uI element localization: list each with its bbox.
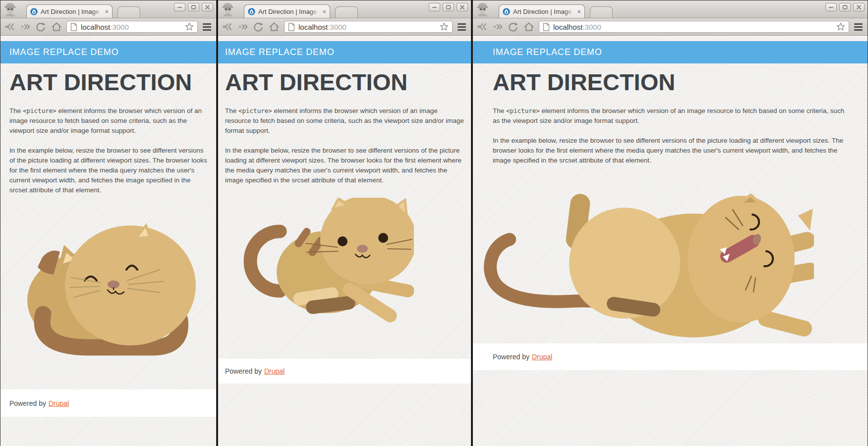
cat-rolling-image	[481, 194, 814, 348]
tab-title: Art Direction | Image	[258, 8, 319, 15]
page-viewport: IMAGE REPLACE DEMO ART DIRECTION The <pi…	[473, 36, 868, 446]
bookmark-star-icon[interactable]	[836, 22, 845, 31]
back-button[interactable]	[222, 21, 234, 33]
page-title: ART DIRECTION	[225, 63, 464, 95]
tab-close-icon[interactable]: ×	[577, 8, 581, 15]
back-button[interactable]	[4, 21, 16, 33]
page-viewport: IMAGE REPLACE DEMO ART DIRECTION The <pi…	[218, 36, 471, 446]
minimize-button[interactable]	[825, 3, 837, 11]
site-header: IMAGE REPLACE DEMO	[0, 41, 216, 63]
page-viewport: IMAGE REPLACE DEMO ART DIRECTION The <pi…	[0, 36, 216, 446]
site-title: IMAGE REPLACE DEMO	[225, 47, 334, 57]
example-paragraph: In the example below, resize the browser…	[493, 136, 848, 166]
site-title: IMAGE REPLACE DEMO	[493, 47, 602, 57]
drupal-link[interactable]: Drupal	[532, 353, 552, 361]
picture-code: <picture>	[23, 107, 57, 114]
url-text: localhost:3000	[81, 23, 129, 31]
page-title: ART DIRECTION	[493, 63, 848, 95]
page-main: ART DIRECTION The <picture> element info…	[218, 63, 471, 359]
maximize-button[interactable]	[839, 3, 851, 11]
example-paragraph: In the example below, resize the browser…	[225, 146, 464, 185]
site-title: IMAGE REPLACE DEMO	[9, 47, 118, 57]
tab-close-icon[interactable]: ×	[322, 8, 326, 15]
page-footer: Powered by Drupal	[218, 359, 471, 384]
tab-title: Art Direction | Image	[513, 8, 574, 15]
forward-button[interactable]	[238, 21, 249, 32]
tab-close-icon[interactable]: ×	[105, 8, 109, 15]
picture-code: <picture>	[238, 107, 272, 114]
back-button[interactable]	[477, 21, 489, 33]
page-footer: Powered by Drupal	[0, 390, 216, 417]
tab-art-direction[interactable]: Art Direction | Image ×	[499, 4, 585, 18]
private-browsing-spy-icon	[475, 2, 490, 16]
browser-toolbar: localhost:3000	[473, 18, 868, 36]
site-header: IMAGE REPLACE DEMO	[473, 41, 868, 63]
menu-button[interactable]	[457, 22, 467, 32]
private-browsing-spy-icon	[3, 2, 17, 16]
new-tab-stub[interactable]	[117, 6, 140, 18]
drupal-favicon-icon	[248, 8, 255, 15]
forward-button[interactable]	[20, 21, 31, 32]
drupal-favicon-icon	[503, 8, 510, 15]
browser-window-wide: Art Direction | Image ×	[472, 0, 868, 446]
powered-by-text: Powered by	[493, 353, 529, 361]
titlebar[interactable]: Art Direction | Image ×	[0, 0, 216, 18]
site-header: IMAGE REPLACE DEMO	[218, 41, 471, 63]
page-title: ART DIRECTION	[9, 63, 207, 95]
bookmark-star-icon[interactable]	[440, 22, 449, 31]
browser-window-medium: Art Direction | Image ×	[218, 0, 471, 446]
menu-button[interactable]	[853, 22, 864, 32]
menu-button[interactable]	[202, 22, 212, 32]
browser-window-narrow: Art Direction | Image ×	[0, 0, 217, 446]
page-icon	[70, 23, 77, 31]
drupal-link[interactable]: Drupal	[49, 399, 69, 407]
page-icon	[288, 23, 295, 31]
url-bar[interactable]: localhost:3000	[66, 21, 198, 33]
intro-paragraph: The <picture> element informs the browse…	[493, 106, 848, 126]
bookmark-star-icon[interactable]	[185, 22, 194, 31]
picture-code: <picture>	[506, 107, 540, 114]
powered-by-text: Powered by	[225, 367, 262, 375]
cat-sitting-image	[231, 198, 414, 329]
browser-toolbar: localhost:3000	[218, 18, 471, 36]
home-button[interactable]	[268, 21, 280, 33]
close-button[interactable]	[853, 3, 865, 11]
minimize-button[interactable]	[429, 3, 440, 11]
private-browsing-spy-icon	[221, 2, 235, 16]
new-tab-stub[interactable]	[590, 6, 613, 18]
titlebar[interactable]: Art Direction | Image ×	[473, 0, 868, 18]
new-tab-stub[interactable]	[335, 6, 358, 18]
reload-button[interactable]	[253, 21, 264, 33]
forward-button[interactable]	[493, 21, 504, 32]
minimize-button[interactable]	[174, 3, 185, 11]
intro-paragraph: The <picture> element informs the browse…	[9, 106, 207, 136]
page-icon	[543, 23, 550, 31]
url-text: localhost:3000	[553, 23, 601, 31]
drupal-favicon-icon	[30, 8, 38, 15]
cat-sleeping-image	[12, 222, 206, 356]
close-button[interactable]	[457, 3, 468, 11]
tab-title: Art Direction | Image	[41, 8, 102, 15]
powered-by-text: Powered by	[9, 399, 46, 407]
maximize-button[interactable]	[188, 3, 199, 11]
titlebar[interactable]: Art Direction | Image ×	[218, 0, 471, 18]
reload-button[interactable]	[35, 21, 47, 33]
url-text: localhost:3000	[298, 23, 347, 31]
tab-art-direction[interactable]: Art Direction | Image ×	[26, 4, 113, 18]
intro-paragraph: The <picture> element informs the browse…	[225, 106, 464, 136]
drupal-link[interactable]: Drupal	[264, 367, 285, 375]
maximize-button[interactable]	[443, 3, 454, 11]
page-main: ART DIRECTION The <picture> element info…	[0, 63, 216, 390]
home-button[interactable]	[523, 21, 535, 33]
page-main: ART DIRECTION The <picture> element info…	[473, 63, 868, 343]
url-bar[interactable]: localhost:3000	[539, 21, 849, 33]
close-button[interactable]	[202, 3, 213, 11]
reload-button[interactable]	[508, 21, 519, 33]
url-bar[interactable]: localhost:3000	[284, 21, 453, 33]
browser-toolbar: localhost:3000	[0, 18, 216, 36]
tab-art-direction[interactable]: Art Direction | Image ×	[244, 4, 330, 18]
example-paragraph: In the example below, resize the browser…	[9, 146, 207, 195]
home-button[interactable]	[51, 21, 62, 33]
